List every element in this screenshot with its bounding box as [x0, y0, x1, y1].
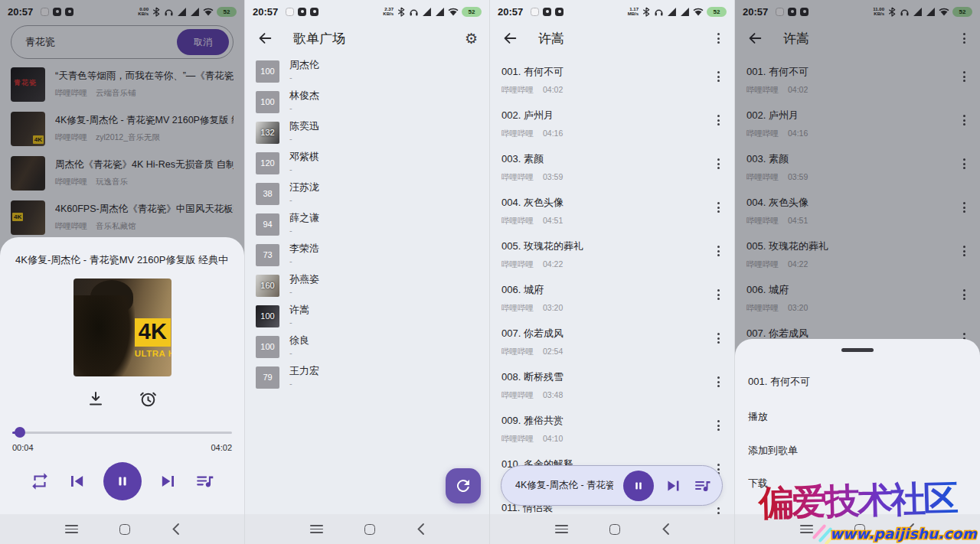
watermark-text: 偏爱技术社区 — [735, 474, 980, 528]
song-row[interactable]: 003. 素颜哔哩哔哩03:59 — [490, 148, 734, 191]
song-more-icon[interactable] — [714, 112, 723, 129]
song-more-icon[interactable] — [714, 330, 723, 347]
repeat-button[interactable] — [30, 471, 50, 491]
artist-row[interactable]: 79王力宏- — [245, 362, 489, 393]
cellular-signal-icon — [422, 7, 432, 17]
song-title: 003. 素颜 — [501, 152, 714, 166]
song-row[interactable]: 004. 灰色头像哔哩哔哩04:51 — [490, 191, 734, 235]
song-title: 006. 城府 — [501, 283, 714, 297]
sleep-timer-button[interactable] — [139, 389, 158, 409]
song-title: 008. 断桥残雪 — [501, 370, 714, 384]
mini-playlist-button[interactable] — [694, 477, 712, 495]
back-arrow-icon[interactable] — [256, 30, 273, 47]
drag-handle[interactable] — [841, 348, 874, 352]
player-dialog: 4K修复-周杰伦 - 青花瓷MV 2160P修复版 经典中… 4K ULTRA … — [0, 237, 244, 544]
watermark-url: www.paijishu.com — [830, 526, 977, 542]
recents-button[interactable] — [310, 525, 323, 533]
more-options-icon[interactable] — [714, 30, 723, 47]
song-duration: 03:48 — [543, 390, 563, 401]
notification-icon — [543, 8, 551, 16]
song-row[interactable]: 007. 你若成风哔哩哔哩02:54 — [490, 322, 734, 366]
refresh-icon — [454, 477, 472, 495]
song-more-icon[interactable] — [714, 286, 723, 303]
mini-pause-button[interactable] — [623, 471, 654, 501]
song-more-icon[interactable] — [714, 155, 723, 172]
song-duration: 04:16 — [543, 129, 563, 139]
song-duration: 04:22 — [543, 259, 563, 270]
artist-sub: - — [289, 379, 319, 389]
app-header: 许嵩 — [490, 23, 734, 54]
back-arrow-icon[interactable] — [501, 30, 518, 47]
option-play[interactable]: 播放 — [748, 410, 768, 424]
android-nav-bar — [0, 514, 244, 544]
artist-row[interactable]: 38汪苏泷- — [245, 178, 489, 209]
home-button[interactable] — [364, 524, 375, 535]
download-button[interactable] — [87, 389, 105, 408]
song-row[interactable]: 009. 雅俗共赏哔哩哔哩04:10 — [490, 409, 734, 453]
artist-sub: - — [289, 348, 309, 358]
mini-player[interactable]: 4K修复-周杰伦 - 青花瓷MV… — [501, 465, 723, 506]
song-more-icon[interactable] — [714, 199, 723, 216]
home-button[interactable] — [119, 524, 130, 535]
song-more-icon[interactable] — [714, 68, 723, 85]
artist-row[interactable]: 100林俊杰- — [245, 86, 489, 117]
song-source: 哔哩哔哩 — [501, 347, 534, 357]
artist-row[interactable]: 100周杰伦- — [245, 56, 489, 86]
song-more-icon[interactable] — [714, 373, 723, 390]
settings-gear-icon[interactable]: ⚙ — [465, 30, 478, 47]
song-more-icon[interactable] — [714, 417, 723, 434]
recents-button[interactable] — [65, 525, 78, 533]
page-title: 许嵩 — [538, 30, 564, 47]
artist-sub: - — [289, 318, 309, 327]
network-speed: 2.37KB/s — [383, 7, 394, 17]
artist-name: 孙燕姿 — [289, 274, 319, 285]
clock: 20:57 — [498, 6, 523, 18]
notification-icons — [531, 8, 564, 16]
artist-row[interactable]: 94薛之谦- — [245, 209, 489, 239]
song-title: 007. 你若成风 — [501, 327, 714, 340]
song-source: 哔哩哔哩 — [501, 390, 534, 401]
mini-next-button[interactable] — [664, 476, 684, 496]
song-count-badge: 73 — [256, 244, 279, 266]
artist-sub: - — [289, 195, 319, 205]
sheet-song-title: 001. 有何不可 — [748, 375, 810, 389]
artist-row[interactable]: 100徐良- — [245, 331, 489, 362]
song-more-icon[interactable] — [714, 243, 723, 259]
status-bar: 20:57 1.17MB/s 52 — [490, 0, 734, 23]
song-duration: 03:59 — [543, 172, 563, 183]
wifi-icon — [693, 7, 704, 17]
refresh-fab[interactable] — [446, 468, 481, 503]
headset-icon — [654, 7, 664, 17]
artist-row[interactable]: 132陈奕迅- — [245, 117, 489, 148]
artist-row[interactable]: 73李荣浩- — [245, 239, 489, 270]
headset-icon — [409, 7, 419, 17]
next-button[interactable] — [158, 471, 179, 492]
artist-list: 100周杰伦- 100林俊杰- 132陈奕迅- 120邓紫棋- 38汪苏泷- 9… — [245, 56, 489, 393]
song-row[interactable]: 008. 断桥残雪哔哩哔哩03:48 — [490, 366, 734, 409]
artist-row[interactable]: 100许嵩- — [245, 301, 489, 331]
playlist-button[interactable] — [195, 471, 215, 491]
song-row[interactable]: 001. 有何不可哔哩哔哩04:02 — [490, 60, 734, 104]
elapsed-time: 00:04 — [12, 443, 34, 452]
artist-row[interactable]: 160孙燕姿- — [245, 270, 489, 301]
network-speed: 1.17MB/s — [628, 7, 639, 17]
recents-button[interactable] — [555, 525, 568, 533]
song-row[interactable]: 006. 城府哔哩哔哩03:20 — [490, 279, 734, 322]
previous-button[interactable] — [66, 471, 87, 492]
song-source: 哔哩哔哩 — [501, 216, 534, 226]
back-button[interactable] — [416, 523, 425, 536]
android-nav-bar — [245, 514, 489, 544]
song-row[interactable]: 002. 庐州月哔哩哔哩04:16 — [490, 104, 734, 148]
slider-thumb[interactable] — [15, 427, 25, 438]
pause-button[interactable] — [103, 462, 142, 500]
back-button[interactable] — [172, 523, 180, 536]
song-row[interactable]: 005. 玫瑰花的葬礼哔哩哔哩04:22 — [490, 235, 734, 279]
art-4k-badge: 4K ULTRA H — [135, 318, 172, 358]
option-add-to-playlist[interactable]: 添加到歌单 — [748, 444, 798, 458]
notification-icon — [298, 8, 306, 16]
home-button[interactable] — [609, 524, 620, 535]
progress-slider[interactable] — [12, 427, 232, 438]
status-icons: 2.37KB/s 52 — [383, 7, 482, 17]
artist-row[interactable]: 120邓紫棋- — [245, 148, 489, 178]
back-button[interactable] — [662, 523, 670, 536]
